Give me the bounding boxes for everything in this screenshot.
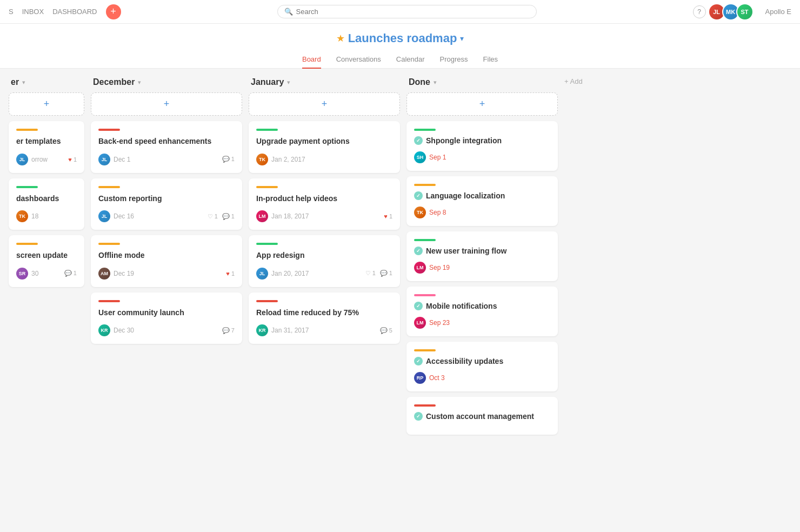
card-date: 18: [31, 212, 38, 220]
card-dashboards[interactable]: dashboards TK 18: [9, 178, 84, 230]
nav-dashboard[interactable]: DASHBOARD: [52, 8, 97, 16]
card-footer: TK Jan 2, 2017: [256, 154, 392, 165]
card-avatar: SH: [414, 151, 426, 163]
card-title: screen update: [16, 250, 77, 261]
nav-link-s[interactable]: S: [9, 8, 14, 16]
card-comments: 💬 5: [380, 327, 392, 334]
card-date: orrow: [31, 156, 48, 163]
card-help-videos[interactable]: In-product help videos LM Jan 18, 2017 ♥…: [249, 178, 400, 230]
card-title: ✓ Accessibility updates: [414, 357, 550, 365]
add-card-done[interactable]: +: [406, 92, 558, 116]
card-accent: [16, 243, 38, 245]
card-title: In-product help videos: [256, 194, 392, 204]
card-footer: LM Sep 19: [414, 262, 550, 274]
column-arrow-partial[interactable]: ▾: [22, 79, 25, 86]
card-date: Jan 20, 2017: [271, 270, 309, 277]
card-title: ✓ Language localization: [414, 191, 550, 200]
add-card-january[interactable]: +: [249, 92, 400, 116]
heart-icon: ♥: [384, 213, 388, 220]
tab-files[interactable]: Files: [483, 51, 498, 69]
tab-conversations[interactable]: Conversations: [336, 51, 381, 69]
card-title: er templates: [16, 136, 77, 147]
card-title: Offline mode: [98, 250, 235, 261]
project-dropdown-arrow[interactable]: ▾: [460, 34, 464, 43]
apollo-label: Apollo E: [765, 8, 791, 16]
avatar-user3[interactable]: ST: [736, 3, 754, 21]
card-comments: 💬 7: [222, 327, 235, 334]
card-date: Jan 18, 2017: [271, 212, 309, 220]
card-avatar: JL: [16, 154, 28, 165]
card-accessibility[interactable]: ✓ Accessibility updates RP Oct 3: [406, 342, 558, 391]
card-footer-right: 💬 5: [380, 327, 392, 334]
card-title: dashboards: [16, 194, 77, 204]
search-icon: 🔍: [284, 8, 293, 16]
card-date: Dec 30: [114, 327, 134, 334]
card-upgrade-payment[interactable]: Upgrade payment options TK Jan 2, 2017: [249, 121, 400, 173]
add-card-partial[interactable]: +: [9, 92, 84, 116]
add-column-button[interactable]: + Add: [564, 77, 608, 522]
card-footer-left: JL Jan 20, 2017: [256, 268, 309, 280]
card-user-training[interactable]: ✓ New user training flow LM Sep 19: [406, 231, 558, 281]
tab-progress[interactable]: Progress: [440, 51, 468, 69]
help-button[interactable]: ?: [693, 5, 706, 18]
card-footer-left: KR Jan 31, 2017: [256, 324, 309, 336]
card-offline-mode[interactable]: Offline mode AM Dec 19 ♥ 1: [91, 235, 242, 287]
card-date: Sep 8: [429, 209, 446, 216]
add-card-december[interactable]: +: [91, 92, 242, 116]
nav-right: ? JL MK ST Apollo E: [693, 3, 791, 21]
card-accent: [414, 349, 436, 351]
card-accent: [98, 243, 120, 245]
column-arrow-done[interactable]: ▾: [434, 79, 437, 86]
card-title: Upgrade payment options: [256, 136, 392, 147]
card-title: User community launch: [98, 308, 235, 318]
card-language-localization[interactable]: ✓ Language localization TK Sep 8: [406, 176, 558, 226]
card-date: Sep 23: [429, 319, 450, 327]
card-avatar: LM: [256, 210, 268, 222]
card-accent: [98, 129, 120, 131]
check-icon: ✓: [414, 412, 423, 421]
card-custom-reporting[interactable]: Custom reporting JL Dec 16 ♡ 1 💬 1: [91, 178, 242, 230]
card-shpongle[interactable]: ✓ Shpongle integration SH Sep 1: [406, 121, 558, 171]
card-accent: [98, 186, 120, 188]
column-header-partial: er ▾: [9, 77, 84, 87]
card-accent: [256, 243, 278, 245]
card-screen-update[interactable]: screen update SR 30 💬 1: [9, 235, 84, 287]
project-title: Launches roadmap: [348, 31, 457, 45]
card-footer-left: TK Sep 8: [414, 207, 446, 218]
project-title-container: ★ Launches roadmap ▾: [0, 31, 800, 45]
check-icon: ✓: [414, 302, 423, 310]
card-footer-left: TK Jan 2, 2017: [256, 154, 305, 165]
card-avatar: TK: [414, 207, 426, 218]
card-app-redesign[interactable]: App redesign JL Jan 20, 2017 ♡ 1 💬 1: [249, 235, 400, 287]
column-arrow-december[interactable]: ▾: [138, 79, 141, 86]
card-footer-right: 💬 1: [222, 156, 235, 163]
check-icon: ✓: [414, 357, 423, 365]
card-user-community[interactable]: User community launch KR Dec 30 💬 7: [91, 292, 242, 344]
card-avatar: RP: [414, 372, 426, 384]
card-footer-right: ♡ 1 💬 1: [208, 213, 235, 220]
card-date: Oct 3: [429, 374, 445, 382]
card-reload-time[interactable]: Reload time reduced by 75% KR Jan 31, 20…: [249, 292, 400, 344]
nav-inbox[interactable]: INBOX: [22, 8, 44, 16]
add-button[interactable]: +: [106, 4, 121, 19]
card-comments: 💬 1: [380, 270, 392, 277]
column-title-done: Done: [409, 77, 430, 87]
card-footer-left: SR 30: [16, 268, 38, 280]
card-mobile-notifications[interactable]: ✓ Mobile notifications LM Sep 23: [406, 287, 558, 336]
card-title: Reload time reduced by 75%: [256, 308, 392, 318]
card-custom-account[interactable]: ✓ Custom account management: [406, 397, 558, 435]
column-header-january: January ▾: [249, 77, 400, 87]
card-accent: [256, 186, 278, 188]
tab-board[interactable]: Board: [302, 51, 321, 69]
column-arrow-january[interactable]: ▾: [287, 79, 290, 86]
card-footer: RP Oct 3: [414, 372, 550, 384]
card-footer-left: LM Sep 19: [414, 262, 450, 274]
search-input[interactable]: [296, 8, 530, 16]
card-footer-right: ♥ 1: [226, 270, 235, 277]
add-column-label: + Add: [564, 77, 583, 85]
card-footer-left: JL orrow: [16, 154, 48, 165]
card-backend-speed[interactable]: Back-end speed enhancements JL Dec 1 💬 1: [91, 121, 242, 173]
card-er-templates[interactable]: er templates JL orrow ♥ 1: [9, 121, 84, 173]
tab-calendar[interactable]: Calendar: [396, 51, 425, 69]
card-likes: ♥ 1: [68, 156, 77, 163]
